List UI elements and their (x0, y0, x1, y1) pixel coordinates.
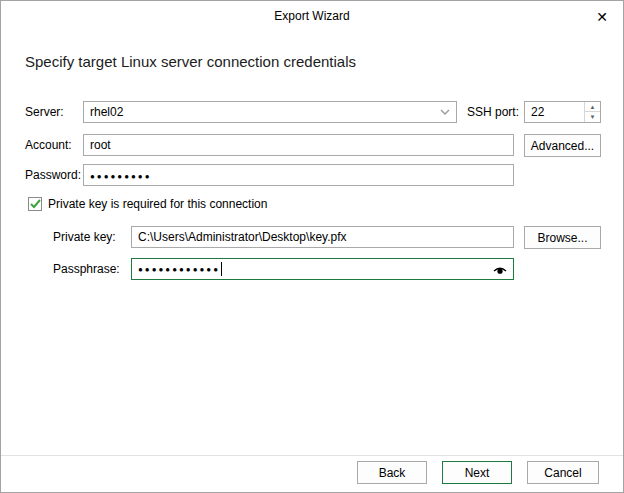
password-label: Password: (25, 164, 81, 186)
titlebar: Export Wizard ✕ (1, 1, 623, 31)
passphrase-field[interactable]: ●●●●●●●●●●●● (131, 258, 514, 280)
spin-down-icon[interactable]: ▼ (585, 112, 600, 122)
reveal-password-eye-icon[interactable] (492, 262, 508, 278)
server-combobox[interactable]: rhel02 (83, 101, 457, 123)
browse-button[interactable]: Browse... (524, 226, 601, 249)
close-icon[interactable]: ✕ (591, 6, 613, 28)
chevron-down-icon[interactable] (440, 107, 452, 118)
private-key-checkbox-label[interactable]: Private key is required for this connect… (48, 193, 267, 215)
ssh-port-input[interactable] (525, 102, 584, 122)
advanced-button[interactable]: Advanced... (524, 134, 601, 157)
spinner-buttons: ▲ ▼ (584, 102, 600, 122)
account-label: Account: (25, 134, 72, 156)
server-label: Server: (25, 101, 64, 123)
server-value: rhel02 (90, 105, 440, 119)
password-input[interactable] (83, 164, 514, 186)
ssh-port-label: SSH port: (467, 101, 519, 123)
text-caret (221, 262, 222, 276)
private-key-checkbox[interactable] (28, 197, 42, 211)
page-title: Specify target Linux server connection c… (25, 53, 356, 70)
export-wizard-dialog: Export Wizard ✕ Specify target Linux ser… (0, 0, 624, 493)
cancel-button[interactable]: Cancel (527, 461, 599, 484)
private-key-input[interactable] (131, 226, 514, 248)
passphrase-label: Passphrase: (53, 258, 120, 280)
footer-divider (1, 455, 623, 456)
spin-up-icon[interactable]: ▲ (585, 102, 600, 112)
window-title: Export Wizard (1, 1, 623, 31)
back-button[interactable]: Back (357, 461, 427, 484)
private-key-label: Private key: (53, 226, 116, 248)
passphrase-value: ●●●●●●●●●●●● (138, 265, 220, 274)
ssh-port-spinner: ▲ ▼ (524, 101, 601, 123)
account-input[interactable] (83, 134, 514, 156)
check-icon (30, 199, 41, 209)
next-button[interactable]: Next (442, 461, 512, 484)
